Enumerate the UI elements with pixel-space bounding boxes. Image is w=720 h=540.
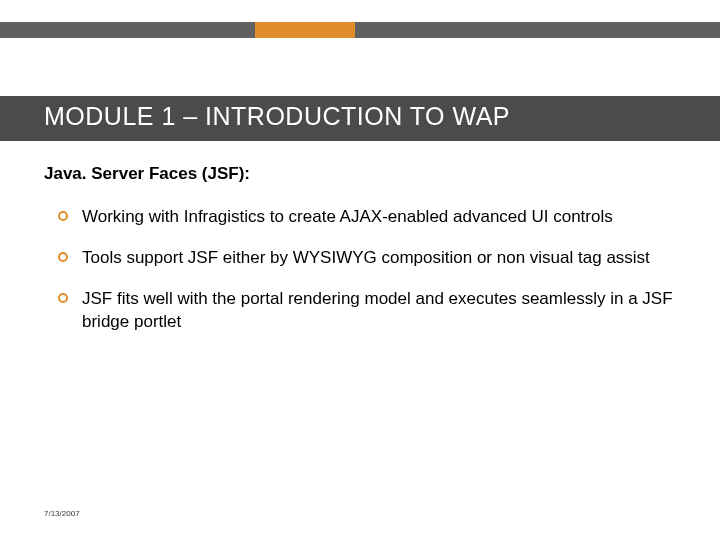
footer-date: 7/13/2007 [44,509,80,518]
top-stripe [0,22,720,38]
bullet-text: Tools support JSF either by WYSIWYG comp… [82,247,676,270]
stripe-segment-right [355,22,720,38]
bullet-icon [58,293,68,303]
slide-title: MODULE 1 – INTRODUCTION TO WAP [44,102,720,131]
list-item: JSF fits well with the portal rendering … [58,288,676,334]
bullet-list: Working with Infragistics to create AJAX… [58,206,676,352]
stripe-segment-left [0,22,255,38]
slide: MODULE 1 – INTRODUCTION TO WAP Java. Ser… [0,0,720,540]
bullet-text: Working with Infragistics to create AJAX… [82,206,676,229]
list-item: Tools support JSF either by WYSIWYG comp… [58,247,676,270]
bullet-icon [58,211,68,221]
stripe-segment-accent [255,22,355,38]
bullet-text: JSF fits well with the portal rendering … [82,288,676,334]
bullet-icon [58,252,68,262]
list-item: Working with Infragistics to create AJAX… [58,206,676,229]
section-subhead: Java. Server Faces (JSF): [44,164,250,184]
title-bar: MODULE 1 – INTRODUCTION TO WAP [0,96,720,141]
